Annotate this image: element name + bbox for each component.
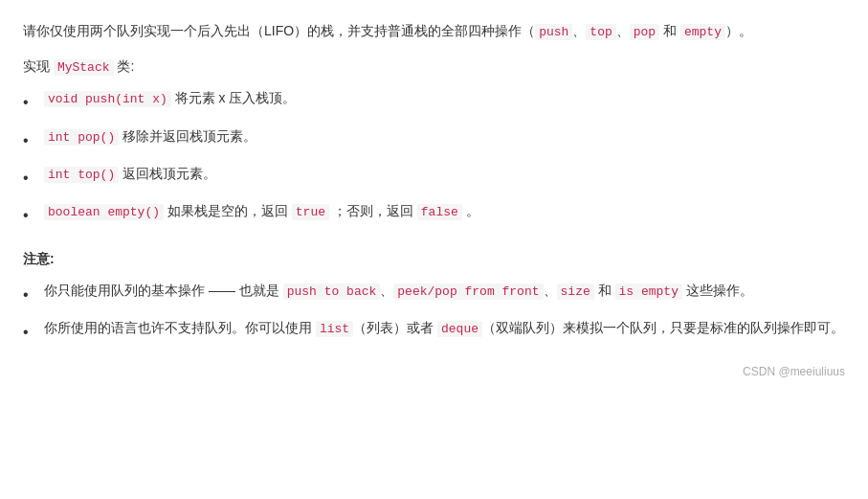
note1-text-after: 这些操作。 (682, 283, 753, 298)
bullet-dot: • (23, 89, 38, 115)
note-item-2: 你所使用的语言也许不支持队列。你可以使用 list（列表）或者 deque（双端… (44, 317, 845, 340)
method-top: int top() 返回栈顶元素。 (44, 163, 845, 186)
list-code: list (316, 321, 353, 337)
bullet-dot: • (23, 202, 38, 228)
bullet-dot: • (23, 165, 38, 191)
empty-desc-before: 如果栈是空的，返回 (164, 203, 292, 218)
page-container: 请你仅使用两个队列实现一个后入先出（LIFO）的栈，并支持普通栈的全部四种操作（… (23, 19, 845, 378)
push-to-back-code: push to back (283, 284, 381, 300)
empty-method-code: boolean empty() (44, 204, 164, 220)
is-empty-code: is empty (615, 284, 682, 300)
sep3: 和 (659, 23, 680, 38)
empty-desc-mid: ；否则，返回 (329, 203, 417, 218)
class-suffix: 类: (114, 58, 135, 74)
list-item: • int top() 返回栈顶元素。 (23, 163, 845, 191)
push-desc: 将元素 x 压入栈顶。 (171, 90, 297, 105)
empty-code-intro: empty (680, 24, 725, 40)
list-item: • void push(int x) 将元素 x 压入栈顶。 (23, 87, 845, 115)
push-method-code: void push(int x) (44, 91, 171, 107)
method-empty: boolean empty() 如果栈是空的，返回 true ；否则，返回 fa… (44, 200, 845, 223)
list-item: • int pop() 移除并返回栈顶元素。 (23, 125, 845, 153)
pop-method-code: int pop() (44, 129, 119, 146)
false-code: false (417, 204, 462, 220)
push-code: push (535, 24, 572, 40)
list-item: • 你所使用的语言也许不支持队列。你可以使用 list（列表）或者 deque（… (23, 317, 845, 345)
bullet-dot: • (23, 127, 38, 153)
note1-sep1: 、 (380, 283, 393, 298)
footer: CSDN @meeiuliuus (23, 365, 845, 378)
sep1: 、 (572, 23, 586, 38)
note1-sep3: 和 (594, 283, 615, 298)
top-code-intro: top (586, 24, 615, 40)
sep2: 、 (616, 23, 630, 38)
class-prefix: 实现 (23, 58, 54, 74)
method-push: void push(int x) 将元素 x 压入栈顶。 (44, 87, 845, 110)
pop-code-intro: pop (630, 24, 659, 40)
pop-desc: 移除并返回栈顶元素。 (119, 128, 256, 144)
intro-text-after: ）。 (725, 23, 752, 38)
note2-text: 你所使用的语言也许不支持队列。你可以使用 (44, 320, 316, 335)
list-item: • 你只能使用队列的基本操作 —— 也就是 push to back、peek/… (23, 280, 845, 307)
intro-paragraph: 请你仅使用两个队列实现一个后入先出（LIFO）的栈，并支持普通栈的全部四种操作（… (23, 19, 845, 43)
note-item-1: 你只能使用队列的基本操作 —— 也就是 push to back、peek/po… (44, 280, 845, 303)
note-section: 注意: • 你只能使用队列的基本操作 —— 也就是 push to back、p… (23, 251, 845, 345)
deque-code: deque (437, 321, 482, 337)
bullet-dot: • (23, 319, 38, 345)
note1-sep2: 、 (544, 283, 557, 298)
note2-text2: （列表）或者 (353, 320, 437, 335)
method-pop: int pop() 移除并返回栈顶元素。 (44, 125, 845, 148)
top-method-code: int top() (44, 167, 119, 183)
true-code: true (292, 204, 329, 220)
note1-text-before: 你只能使用队列的基本操作 —— 也就是 (44, 283, 283, 298)
methods-list: • void push(int x) 将元素 x 压入栈顶。 • int pop… (23, 87, 845, 228)
intro-text-before: 请你仅使用两个队列实现一个后入先出（LIFO）的栈，并支持普通栈的全部四种操作（ (23, 23, 535, 38)
note-list: • 你只能使用队列的基本操作 —— 也就是 push to back、peek/… (23, 280, 845, 345)
peek-pop-front-code: peek/pop from front (393, 284, 543, 300)
note-title: 注意: (23, 251, 845, 268)
size-code: size (557, 284, 594, 300)
bullet-dot: • (23, 282, 38, 307)
top-desc: 返回栈顶元素。 (119, 166, 216, 181)
class-line: 实现 MyStack 类: (23, 58, 845, 76)
footer-text: CSDN @meeiuliuus (743, 365, 845, 378)
list-item: • boolean empty() 如果栈是空的，返回 true ；否则，返回 … (23, 200, 845, 228)
note2-text3: （双端队列）来模拟一个队列，只要是标准的队列操作即可。 (482, 320, 844, 335)
class-name-code: MyStack (54, 59, 114, 76)
empty-desc-after: 。 (462, 203, 479, 218)
